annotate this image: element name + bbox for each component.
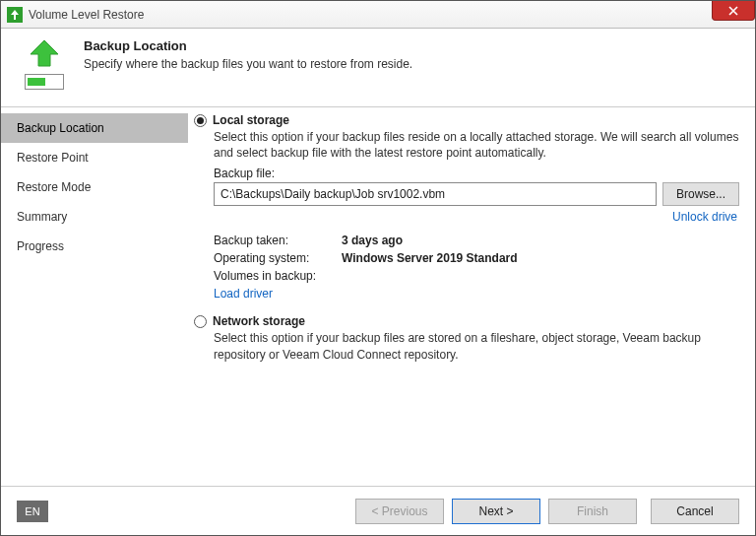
window-title: Volume Level Restore — [29, 8, 144, 22]
load-driver-link[interactable]: Load driver — [214, 287, 273, 301]
cancel-button[interactable]: Cancel — [651, 499, 739, 524]
wizard-steps: Backup Location Restore Point Restore Mo… — [1, 107, 188, 486]
backup-taken-value: 3 days ago — [342, 234, 403, 247]
finish-button: Finish — [548, 499, 637, 524]
step-label: Backup Location — [17, 121, 104, 135]
page-subtitle: Specify where the backup files you want … — [84, 57, 412, 71]
titlebar: Volume Level Restore — [1, 1, 755, 29]
option-local-title: Local storage — [213, 113, 289, 127]
backup-taken-label: Backup taken: — [214, 234, 342, 247]
radio-network-storage[interactable] — [194, 315, 207, 328]
wizard-content: Local storage Select this option if your… — [188, 107, 755, 486]
wizard-footer: EN < Previous Next > Finish Cancel — [1, 486, 755, 535]
backup-file-input[interactable] — [214, 182, 657, 206]
option-network-storage[interactable]: Network storage — [194, 314, 739, 328]
next-button[interactable]: Next > — [452, 499, 540, 524]
disk-icon — [25, 74, 64, 90]
browse-button[interactable]: Browse... — [662, 182, 739, 206]
os-value: Windows Server 2019 Standard — [342, 251, 518, 265]
step-progress[interactable]: Progress — [1, 232, 188, 261]
step-label: Restore Mode — [17, 180, 91, 194]
option-local-description: Select this option if your backup files … — [214, 129, 739, 161]
language-indicator[interactable]: EN — [17, 501, 48, 522]
wizard-header: Backup Location Specify where the backup… — [1, 29, 755, 107]
os-label: Operating system: — [214, 251, 342, 265]
step-summary[interactable]: Summary — [1, 202, 188, 232]
radio-local-storage[interactable] — [194, 114, 207, 127]
page-title: Backup Location — [84, 38, 412, 53]
close-button[interactable] — [712, 1, 755, 21]
option-local-storage[interactable]: Local storage — [194, 113, 739, 127]
wizard-body: Backup Location Restore Point Restore Mo… — [1, 107, 755, 486]
step-label: Summary — [17, 210, 67, 224]
unlock-drive-link[interactable]: Unlock drive — [672, 210, 737, 224]
step-label: Restore Point — [17, 151, 89, 165]
wizard-header-icon — [17, 38, 72, 97]
app-icon — [7, 7, 23, 23]
backup-file-label: Backup file: — [214, 167, 739, 180]
volumes-label: Volumes in backup: — [214, 269, 342, 283]
option-network-title: Network storage — [213, 314, 305, 328]
step-backup-location[interactable]: Backup Location — [1, 113, 188, 143]
option-network-description: Select this option if your backup files … — [214, 330, 739, 362]
step-restore-point[interactable]: Restore Point — [1, 143, 188, 172]
step-restore-mode[interactable]: Restore Mode — [1, 172, 188, 202]
previous-button: < Previous — [355, 499, 444, 524]
up-arrow-icon — [25, 38, 64, 68]
language-code: EN — [25, 505, 39, 517]
step-label: Progress — [17, 239, 64, 253]
